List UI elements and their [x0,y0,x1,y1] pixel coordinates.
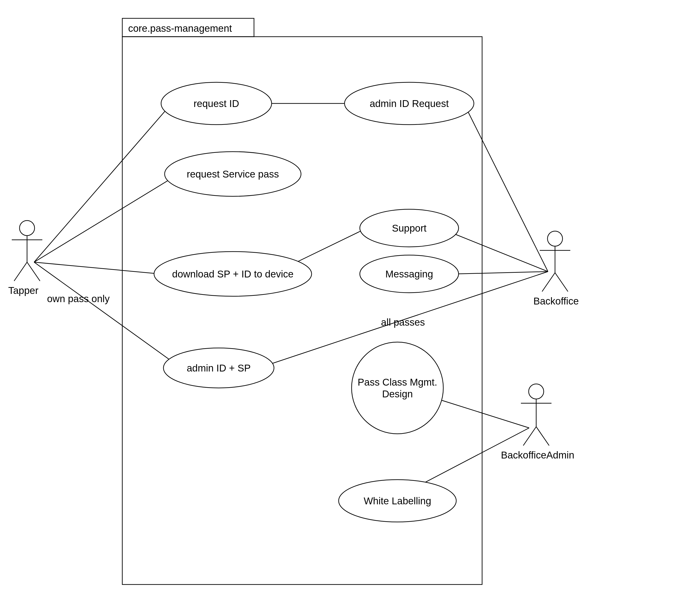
assoc-label-own-pass: own pass only [47,293,110,304]
actor-backoffice-label: Backoffice [533,296,579,306]
usecase-messaging-label: Messaging [385,269,433,279]
svg-line-3 [14,262,27,281]
edge-backoffice-support [452,233,548,272]
usecase-admin-id-sp-label: admin ID + SP [187,363,251,373]
edge-backoffice-adminIdReq [468,112,548,272]
svg-line-14 [536,427,549,446]
usecase-request-id-label: request ID [194,98,239,109]
svg-line-13 [523,427,536,446]
svg-point-10 [529,384,544,399]
edge-tapper-requestId [34,104,172,262]
edge-tapper-download [34,262,160,274]
usecase-request-service-pass-label: request Service pass [187,168,279,180]
usecase-pass-class-mgmt-line1: Pass Class Mgmt. [358,377,437,388]
svg-point-5 [547,231,563,246]
actor-backoffice-admin-label: BackofficeAdmin [501,450,574,461]
usecase-admin-id-request-label: admin ID Request [370,98,449,109]
actor-tapper-label: Tapper [8,285,38,296]
actor-backoffice: Backoffice [533,231,579,306]
usecase-pass-class-mgmt-line2: Design [382,388,413,400]
edge-tapper-requestSP [34,174,179,262]
svg-line-9 [555,273,568,292]
system-title: core.pass-management [128,23,232,34]
assoc-label-all-passes: all passes [381,317,425,328]
usecase-diagram: own pass only all passes core.pass-manag… [0,0,682,616]
svg-line-8 [542,273,555,292]
edge-backoffice-messaging [456,272,548,274]
usecase-support-label: Support [392,223,426,234]
edge-download-support [289,228,367,266]
edge-boadmin-passClass [440,400,529,428]
usecase-download-sp-id-label: download SP + ID to device [172,269,294,279]
usecase-white-labelling-label: White Labelling [364,495,431,506]
svg-point-0 [20,221,35,235]
usecase-pass-class-mgmt [351,342,443,434]
